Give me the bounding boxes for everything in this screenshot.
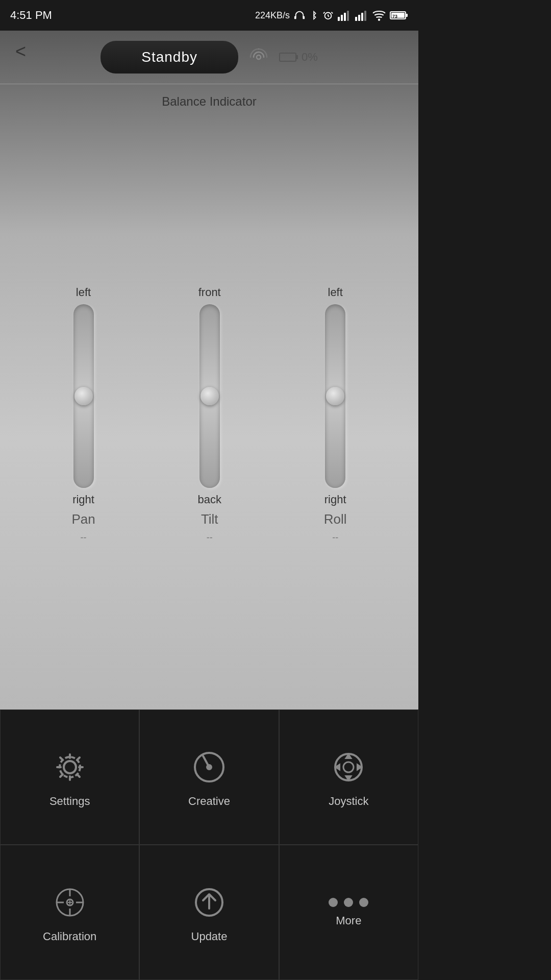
balance-indicator-title: Balance Indicator bbox=[162, 94, 256, 109]
calibration-label: Calibration bbox=[43, 930, 96, 943]
back-button[interactable]: < bbox=[15, 41, 26, 62]
battery-percent: 0% bbox=[302, 51, 318, 64]
roll-thumb[interactable] bbox=[326, 387, 344, 405]
svg-rect-3 bbox=[338, 17, 340, 21]
wireless-signal-icon bbox=[248, 47, 269, 67]
roll-bottom-label: right bbox=[324, 493, 346, 506]
svg-rect-0 bbox=[294, 16, 296, 19]
wifi-icon bbox=[372, 10, 386, 21]
nav-settings[interactable]: Settings bbox=[0, 709, 139, 845]
joystick-icon bbox=[328, 747, 369, 788]
battery-icon bbox=[279, 52, 298, 63]
more-icon bbox=[329, 898, 368, 907]
svg-text:73: 73 bbox=[392, 14, 397, 19]
battery-display: 0% bbox=[279, 51, 318, 64]
tilt-slider[interactable] bbox=[199, 304, 220, 488]
network-speed: 224KB/s bbox=[255, 10, 290, 21]
settings-icon bbox=[49, 747, 90, 788]
pan-thumb[interactable] bbox=[74, 387, 93, 405]
tilt-bottom-label: back bbox=[197, 493, 221, 506]
joystick-label: Joystick bbox=[329, 795, 368, 808]
svg-point-16 bbox=[257, 55, 261, 59]
svg-point-11 bbox=[378, 19, 380, 21]
pan-slider[interactable] bbox=[73, 304, 94, 488]
dot-3 bbox=[359, 898, 368, 907]
sliders-container: left right Pan -- front back Tilt -- lef… bbox=[0, 119, 418, 709]
roll-value: -- bbox=[332, 532, 338, 543]
headphone-icon bbox=[294, 10, 305, 21]
svg-rect-1 bbox=[303, 16, 305, 19]
nav-more[interactable]: More bbox=[279, 845, 418, 980]
svg-point-19 bbox=[64, 761, 76, 773]
svg-rect-7 bbox=[355, 17, 357, 21]
status-right: 224KB/s bbox=[255, 10, 408, 21]
pan-name: Pan bbox=[71, 511, 95, 527]
creative-label: Creative bbox=[188, 795, 230, 808]
nav-update[interactable]: Update bbox=[139, 845, 279, 980]
nav-calibration[interactable]: Calibration bbox=[0, 845, 139, 980]
roll-slider-group: left right Roll -- bbox=[324, 286, 347, 543]
standby-section: Standby 0% bbox=[101, 41, 318, 74]
nav-creative[interactable]: Creative bbox=[139, 709, 279, 845]
svg-rect-18 bbox=[296, 55, 298, 59]
status-time: 4:51 PM bbox=[10, 9, 52, 22]
pan-top-label: left bbox=[76, 286, 91, 299]
pan-slider-group: left right Pan -- bbox=[71, 286, 95, 543]
tilt-name: Tilt bbox=[201, 511, 218, 527]
bluetooth-icon bbox=[309, 10, 318, 21]
svg-rect-10 bbox=[364, 11, 366, 21]
standby-button[interactable]: Standby bbox=[101, 41, 238, 74]
battery-status-icon: 73 bbox=[390, 10, 408, 21]
tilt-value: -- bbox=[207, 532, 213, 543]
signal-bars-icon bbox=[338, 10, 351, 21]
divider bbox=[0, 84, 418, 84]
svg-rect-9 bbox=[361, 13, 363, 21]
signal-bars-2-icon bbox=[355, 10, 368, 21]
roll-slider[interactable] bbox=[325, 304, 345, 488]
tilt-slider-group: front back Tilt -- bbox=[197, 286, 221, 543]
dot-2 bbox=[344, 898, 353, 907]
tilt-thumb[interactable] bbox=[201, 387, 219, 405]
tilt-top-label: front bbox=[198, 286, 221, 299]
calibration-icon bbox=[49, 882, 90, 923]
pan-value: -- bbox=[81, 532, 87, 543]
svg-line-23 bbox=[203, 756, 209, 767]
settings-label: Settings bbox=[49, 795, 90, 808]
bottom-nav: Settings Creative Joystick bbox=[0, 709, 418, 980]
svg-rect-17 bbox=[280, 53, 296, 61]
svg-rect-8 bbox=[358, 15, 360, 21]
alarm-icon bbox=[322, 10, 334, 21]
svg-rect-6 bbox=[347, 11, 349, 21]
main-area: < Standby 0% Balance Indicator left bbox=[0, 31, 418, 709]
dot-1 bbox=[329, 898, 338, 907]
roll-name: Roll bbox=[324, 511, 347, 527]
pan-bottom-label: right bbox=[72, 493, 94, 506]
svg-rect-4 bbox=[341, 15, 343, 21]
status-bar: 4:51 PM 224KB/s bbox=[0, 0, 418, 31]
creative-icon bbox=[189, 747, 230, 788]
svg-rect-5 bbox=[344, 13, 346, 21]
update-icon bbox=[189, 882, 230, 923]
more-label: More bbox=[336, 914, 361, 927]
nav-joystick[interactable]: Joystick bbox=[279, 709, 418, 845]
roll-top-label: left bbox=[328, 286, 343, 299]
svg-rect-13 bbox=[406, 14, 408, 17]
svg-point-25 bbox=[343, 762, 354, 772]
update-label: Update bbox=[191, 930, 228, 943]
